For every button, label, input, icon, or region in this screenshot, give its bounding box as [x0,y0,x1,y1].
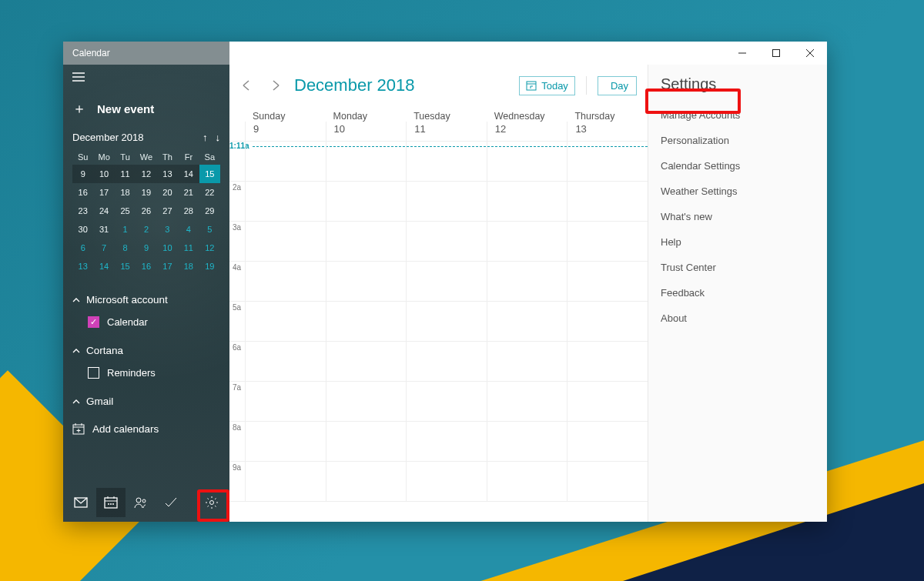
mini-cal-day[interactable]: 6 [72,239,93,257]
minimize-button[interactable] [725,42,759,65]
today-button[interactable]: Today [519,76,575,95]
account-section-header[interactable]: Microsoft account [72,288,220,312]
mini-cal-day[interactable]: 19 [136,183,156,202]
mini-cal-day[interactable]: 18 [115,183,136,202]
time-cell[interactable] [487,462,567,501]
mini-cal-day[interactable]: 8 [115,239,136,257]
mini-cal-day[interactable]: 2 [136,220,156,239]
mini-cal-day[interactable]: 29 [199,202,220,220]
settings-item[interactable]: About [661,306,815,331]
checkbox[interactable] [88,316,99,328]
time-grid[interactable]: 1:11a 2a3a4a5a6a7a8a9a [229,141,648,522]
settings-icon[interactable] [197,488,226,517]
time-cell[interactable] [326,462,407,501]
mini-cal-day[interactable]: 22 [199,183,220,202]
time-cell[interactable] [245,422,326,461]
settings-item[interactable]: Help [661,229,815,255]
time-cell[interactable] [406,462,487,501]
new-event-button[interactable]: ＋ New event [63,92,229,129]
mini-cal-day[interactable]: 23 [72,202,93,220]
todo-icon[interactable] [156,488,186,517]
time-cell[interactable] [245,382,326,421]
mini-cal-day[interactable]: 16 [72,183,93,202]
time-cell[interactable] [567,342,648,381]
mini-cal-prev[interactable]: ↑ [203,132,208,143]
time-cell[interactable] [487,302,567,341]
time-cell[interactable] [487,262,567,301]
time-cell[interactable] [567,302,648,341]
time-cell[interactable] [326,342,407,381]
mini-cal-day[interactable]: 5 [199,220,220,239]
time-cell[interactable] [245,262,326,301]
checkbox[interactable] [88,367,99,379]
date-cell[interactable]: 12 [487,122,567,141]
time-cell[interactable] [406,422,487,461]
time-cell[interactable] [487,422,567,461]
time-cell[interactable] [245,222,326,261]
mini-cal-day[interactable]: 14 [93,257,114,275]
date-cell[interactable]: 9 [245,122,326,141]
mini-cal-day[interactable]: 13 [72,257,93,275]
mini-cal-day[interactable]: 31 [93,220,114,239]
time-cell[interactable] [326,222,407,261]
time-cell[interactable] [487,342,567,381]
mini-cal-day[interactable]: 19 [199,257,220,275]
date-cell[interactable]: 10 [326,122,407,141]
mini-cal-day[interactable]: 17 [93,183,114,202]
settings-item[interactable]: Manage Accounts [661,102,815,128]
mini-cal-day[interactable]: 10 [93,165,114,183]
time-cell[interactable] [487,222,567,261]
time-cell[interactable] [245,182,326,221]
time-cell[interactable] [567,182,648,221]
add-calendars-button[interactable]: Add calendars [63,415,229,442]
mini-cal-day[interactable]: 18 [178,257,199,275]
settings-item[interactable]: Personalization [661,128,815,153]
time-cell[interactable] [567,422,648,461]
time-cell[interactable] [406,342,487,381]
mini-cal-day[interactable]: 12 [136,165,156,183]
mini-cal-day[interactable]: 15 [115,257,136,275]
time-cell[interactable] [567,462,648,501]
mini-cal-day[interactable]: 11 [178,239,199,257]
time-cell[interactable] [567,262,648,301]
mini-cal-day[interactable]: 27 [157,202,178,220]
mini-cal-day[interactable]: 12 [199,239,220,257]
mini-cal-day[interactable]: 16 [136,257,156,275]
mini-cal-day[interactable]: 30 [72,220,93,239]
calendar-icon[interactable] [96,488,126,517]
time-cell[interactable] [406,222,487,261]
mini-cal-day[interactable]: 4 [178,220,199,239]
view-selector[interactable]: Day [598,76,637,95]
time-cell[interactable] [326,262,407,301]
calendar-toggle[interactable]: Calendar [72,312,220,332]
hamburger-button[interactable] [63,65,229,92]
mini-cal-day[interactable]: 1 [115,220,136,239]
time-cell[interactable] [567,382,648,421]
close-button[interactable] [793,42,827,65]
time-cell[interactable] [406,302,487,341]
settings-item[interactable]: Trust Center [661,255,815,280]
people-icon[interactable] [126,488,156,517]
time-cell[interactable] [245,462,326,501]
calendar-toggle[interactable]: Reminders [72,362,220,383]
prev-period-button[interactable] [236,75,257,96]
next-period-button[interactable] [265,75,286,96]
time-cell[interactable] [406,382,487,421]
mini-cal-day[interactable]: 13 [157,165,178,183]
date-cell[interactable]: 13 [567,122,648,141]
settings-item[interactable]: What's new [661,204,815,229]
mini-cal-day[interactable]: 17 [157,257,178,275]
mini-cal-day[interactable]: 24 [93,202,114,220]
mini-cal-next[interactable]: ↓ [216,132,221,143]
mini-cal-day[interactable]: 21 [178,183,199,202]
mini-cal-day[interactable]: 20 [157,183,178,202]
mini-cal-day[interactable]: 25 [115,202,136,220]
settings-item[interactable]: Calendar Settings [661,153,815,179]
time-cell[interactable] [326,422,407,461]
time-cell[interactable] [326,182,407,221]
mini-cal-day[interactable]: 26 [136,202,156,220]
mini-cal-day[interactable]: 9 [72,165,93,183]
time-cell[interactable] [326,302,407,341]
mini-cal-day[interactable]: 11 [115,165,136,183]
time-cell[interactable] [487,382,567,421]
